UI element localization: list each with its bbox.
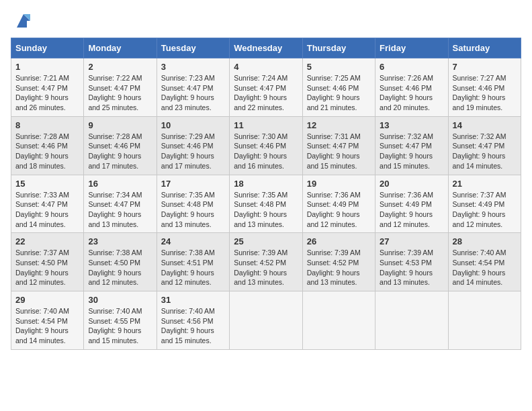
day-number: 10 <box>161 120 225 130</box>
day-number: 12 <box>307 120 371 130</box>
calendar-week-row: 15Sunrise: 7:33 AMSunset: 4:47 PMDayligh… <box>11 175 521 233</box>
day-number: 14 <box>453 120 517 130</box>
day-info: Sunrise: 7:40 AMSunset: 4:56 PMDaylight:… <box>161 306 225 346</box>
day-info: Sunrise: 7:28 AMSunset: 4:46 PMDaylight:… <box>88 132 152 171</box>
calendar-cell: 19Sunrise: 7:36 AMSunset: 4:49 PMDayligh… <box>302 175 375 233</box>
day-info: Sunrise: 7:21 AMSunset: 4:47 PMDaylight:… <box>15 73 79 113</box>
day-number: 8 <box>15 120 79 130</box>
calendar-week-row: 1Sunrise: 7:21 AMSunset: 4:47 PMDaylight… <box>11 58 521 117</box>
day-info: Sunrise: 7:37 AMSunset: 4:50 PMDaylight:… <box>15 248 79 287</box>
calendar-cell: 15Sunrise: 7:33 AMSunset: 4:47 PMDayligh… <box>11 175 84 233</box>
calendar-cell: 18Sunrise: 7:35 AMSunset: 4:48 PMDayligh… <box>230 175 302 233</box>
calendar-cell: 12Sunrise: 7:31 AMSunset: 4:47 PMDayligh… <box>302 116 375 175</box>
calendar-cell <box>375 291 448 350</box>
day-number: 20 <box>380 179 443 189</box>
day-info: Sunrise: 7:25 AMSunset: 4:46 PMDaylight:… <box>307 73 371 113</box>
calendar-cell: 2Sunrise: 7:22 AMSunset: 4:47 PMDaylight… <box>84 58 157 117</box>
calendar-cell: 8Sunrise: 7:28 AMSunset: 4:46 PMDaylight… <box>11 116 84 175</box>
day-number: 3 <box>161 62 225 72</box>
day-number: 25 <box>234 236 298 246</box>
calendar-cell: 22Sunrise: 7:37 AMSunset: 4:50 PMDayligh… <box>11 233 84 291</box>
day-number: 19 <box>307 179 371 189</box>
day-number: 17 <box>161 179 225 189</box>
calendar-cell: 13Sunrise: 7:32 AMSunset: 4:47 PMDayligh… <box>375 116 448 175</box>
day-number: 7 <box>453 62 517 72</box>
day-number: 21 <box>453 179 517 189</box>
calendar-table: SundayMondayTuesdayWednesdayThursdayFrid… <box>11 38 521 350</box>
col-header-tuesday: Tuesday <box>157 38 229 58</box>
calendar-cell: 31Sunrise: 7:40 AMSunset: 4:56 PMDayligh… <box>157 291 229 350</box>
calendar-cell: 11Sunrise: 7:30 AMSunset: 4:46 PMDayligh… <box>230 116 302 175</box>
day-info: Sunrise: 7:32 AMSunset: 4:47 PMDaylight:… <box>380 132 443 171</box>
day-info: Sunrise: 7:40 AMSunset: 4:54 PMDaylight:… <box>15 306 79 346</box>
day-number: 29 <box>15 295 79 305</box>
day-number: 18 <box>234 179 298 189</box>
col-header-monday: Monday <box>84 38 157 58</box>
col-header-friday: Friday <box>375 38 448 58</box>
day-number: 16 <box>88 179 152 189</box>
day-info: Sunrise: 7:39 AMSunset: 4:53 PMDaylight:… <box>380 248 443 287</box>
day-number: 9 <box>88 120 152 130</box>
calendar-cell: 23Sunrise: 7:38 AMSunset: 4:50 PMDayligh… <box>84 233 157 291</box>
calendar-cell: 25Sunrise: 7:39 AMSunset: 4:52 PMDayligh… <box>230 233 302 291</box>
page-header <box>11 11 521 31</box>
day-info: Sunrise: 7:38 AMSunset: 4:50 PMDaylight:… <box>88 248 152 287</box>
calendar-cell: 4Sunrise: 7:24 AMSunset: 4:47 PMDaylight… <box>230 58 302 117</box>
day-number: 22 <box>15 236 79 246</box>
day-info: Sunrise: 7:30 AMSunset: 4:46 PMDaylight:… <box>234 132 298 171</box>
day-number: 5 <box>307 62 371 72</box>
day-info: Sunrise: 7:26 AMSunset: 4:46 PMDaylight:… <box>380 73 443 113</box>
calendar-cell: 17Sunrise: 7:35 AMSunset: 4:48 PMDayligh… <box>157 175 229 233</box>
day-number: 13 <box>380 120 443 130</box>
day-number: 11 <box>234 120 298 130</box>
logo <box>11 11 34 31</box>
calendar-cell: 14Sunrise: 7:32 AMSunset: 4:47 PMDayligh… <box>448 116 521 175</box>
calendar-week-row: 29Sunrise: 7:40 AMSunset: 4:54 PMDayligh… <box>11 291 521 350</box>
day-info: Sunrise: 7:37 AMSunset: 4:49 PMDaylight:… <box>453 190 517 230</box>
calendar-cell <box>448 291 521 350</box>
day-info: Sunrise: 7:23 AMSunset: 4:47 PMDaylight:… <box>161 73 225 113</box>
calendar-cell: 21Sunrise: 7:37 AMSunset: 4:49 PMDayligh… <box>448 175 521 233</box>
day-info: Sunrise: 7:33 AMSunset: 4:47 PMDaylight:… <box>15 190 79 230</box>
col-header-saturday: Saturday <box>448 38 521 58</box>
calendar-cell: 7Sunrise: 7:27 AMSunset: 4:46 PMDaylight… <box>448 58 521 117</box>
day-number: 24 <box>161 236 225 246</box>
day-number: 6 <box>380 62 443 72</box>
calendar-cell: 26Sunrise: 7:39 AMSunset: 4:52 PMDayligh… <box>302 233 375 291</box>
day-number: 26 <box>307 236 371 246</box>
calendar-cell: 20Sunrise: 7:36 AMSunset: 4:49 PMDayligh… <box>375 175 448 233</box>
day-info: Sunrise: 7:31 AMSunset: 4:47 PMDaylight:… <box>307 132 371 171</box>
day-info: Sunrise: 7:40 AMSunset: 4:54 PMDaylight:… <box>453 248 517 287</box>
calendar-cell: 1Sunrise: 7:21 AMSunset: 4:47 PMDaylight… <box>11 58 84 117</box>
calendar-cell: 28Sunrise: 7:40 AMSunset: 4:54 PMDayligh… <box>448 233 521 291</box>
calendar-cell <box>230 291 302 350</box>
day-info: Sunrise: 7:36 AMSunset: 4:49 PMDaylight:… <box>380 190 443 230</box>
calendar-week-row: 22Sunrise: 7:37 AMSunset: 4:50 PMDayligh… <box>11 233 521 291</box>
calendar-cell: 24Sunrise: 7:38 AMSunset: 4:51 PMDayligh… <box>157 233 229 291</box>
calendar-cell <box>302 291 375 350</box>
day-info: Sunrise: 7:35 AMSunset: 4:48 PMDaylight:… <box>234 190 298 230</box>
day-info: Sunrise: 7:39 AMSunset: 4:52 PMDaylight:… <box>307 248 371 287</box>
col-header-sunday: Sunday <box>11 38 84 58</box>
calendar-cell: 27Sunrise: 7:39 AMSunset: 4:53 PMDayligh… <box>375 233 448 291</box>
calendar-week-row: 8Sunrise: 7:28 AMSunset: 4:46 PMDaylight… <box>11 116 521 175</box>
calendar-cell: 30Sunrise: 7:40 AMSunset: 4:55 PMDayligh… <box>84 291 157 350</box>
day-info: Sunrise: 7:28 AMSunset: 4:46 PMDaylight:… <box>15 132 79 171</box>
day-info: Sunrise: 7:40 AMSunset: 4:55 PMDaylight:… <box>88 306 152 346</box>
calendar-cell: 6Sunrise: 7:26 AMSunset: 4:46 PMDaylight… <box>375 58 448 117</box>
day-info: Sunrise: 7:38 AMSunset: 4:51 PMDaylight:… <box>161 248 225 287</box>
col-header-thursday: Thursday <box>302 38 375 58</box>
day-number: 1 <box>15 62 79 72</box>
day-number: 2 <box>88 62 152 72</box>
calendar-cell: 16Sunrise: 7:34 AMSunset: 4:47 PMDayligh… <box>84 175 157 233</box>
calendar-cell: 3Sunrise: 7:23 AMSunset: 4:47 PMDaylight… <box>157 58 229 117</box>
day-info: Sunrise: 7:36 AMSunset: 4:49 PMDaylight:… <box>307 190 371 230</box>
calendar-cell: 29Sunrise: 7:40 AMSunset: 4:54 PMDayligh… <box>11 291 84 350</box>
day-number: 28 <box>453 236 517 246</box>
calendar-cell: 10Sunrise: 7:29 AMSunset: 4:46 PMDayligh… <box>157 116 229 175</box>
day-number: 30 <box>88 295 152 305</box>
day-info: Sunrise: 7:24 AMSunset: 4:47 PMDaylight:… <box>234 73 298 113</box>
calendar-header-row: SundayMondayTuesdayWednesdayThursdayFrid… <box>11 38 521 58</box>
day-info: Sunrise: 7:39 AMSunset: 4:52 PMDaylight:… <box>234 248 298 287</box>
day-number: 4 <box>234 62 298 72</box>
